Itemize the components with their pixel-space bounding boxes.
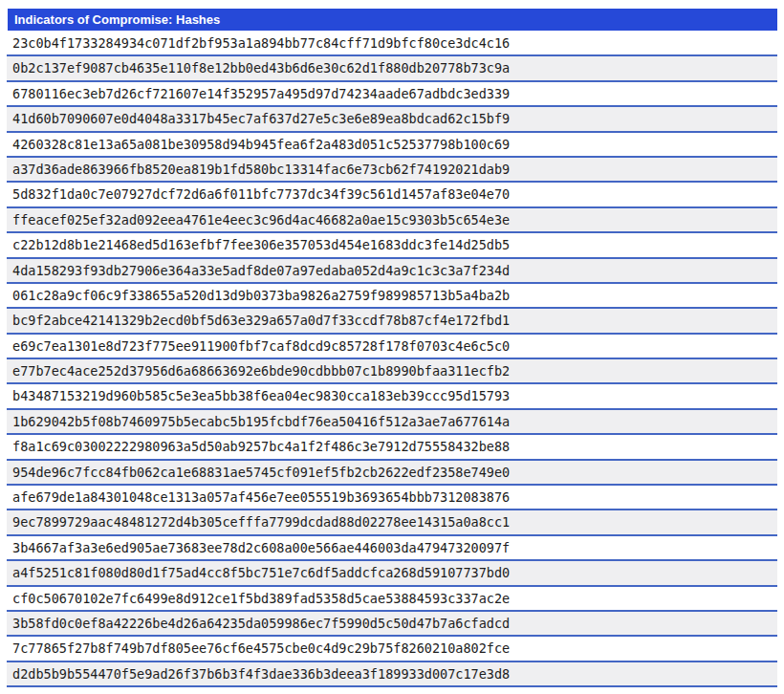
hash-table: 23c0b4f1733284934c071df2bf953a1a894bb77c… bbox=[7, 32, 777, 687]
table-row: 3b58fd0c0ef8a42226be4d26a64235da059986ec… bbox=[7, 612, 777, 637]
table-row: 4da158293f93db27906e364a33e5adf8de07a97e… bbox=[7, 259, 777, 284]
table-row: 1b629042b5f08b7460975b5ecabc5b195fcbdf76… bbox=[7, 410, 777, 435]
table-row: 061c28a9cf06c9f338655a520d13d9b0373ba982… bbox=[7, 284, 777, 309]
table-row: c22b12d8b1e21468ed5d163efbf7fee306e35705… bbox=[7, 233, 777, 258]
table-row: afe679de1a84301048ce1313a057af456e7ee055… bbox=[7, 486, 777, 510]
table-row: 41d60b7090607e0d4048a3317b45ec7af637d27e… bbox=[7, 107, 777, 132]
table-row: f8a1c69c03002222980963a5d50ab9257bc4a1f2… bbox=[7, 435, 777, 460]
section-title: Indicators of Compromise: Hashes bbox=[14, 12, 220, 27]
table-row: 6780116ec3eb7d26cf721607e14f352957a495d9… bbox=[7, 82, 777, 107]
table-row: a4f5251c81f080d80d1f75ad4cc8f5bc751e7c6d… bbox=[7, 561, 777, 586]
section-header: Indicators of Compromise: Hashes bbox=[8, 9, 777, 31]
table-row: 9ec7899729aac48481272d4b305cefffa7799dcd… bbox=[7, 510, 777, 535]
table-row: 7c77865f27b8f749b7df805ee76cf6e4575cbe0c… bbox=[7, 637, 777, 661]
table-row: e69c7ea1301e8d723f775ee911900fbf7caf8dcd… bbox=[7, 335, 777, 359]
table-row: ffeacef025ef32ad092eea4761e4eec3c96d4ac4… bbox=[7, 208, 777, 233]
table-row: d2db5b9b554470f5e9ad26f37b6b3f4f3dae336b… bbox=[7, 662, 777, 687]
page: Indicators of Compromise: Hashes 23c0b4f… bbox=[0, 0, 784, 687]
table-row: 3b4667af3a3e6ed905ae73683ee78d2c608a00e5… bbox=[7, 536, 777, 561]
table-row: 5d832f1da0c7e07927dcf72d6a6f011bfc7737dc… bbox=[7, 183, 777, 207]
table-row: 0b2c137ef9087cb4635e110f8e12bb0ed43b6d6e… bbox=[7, 56, 777, 81]
table-row: a37d36ade863966fb8520ea819b1fd580bc13314… bbox=[7, 158, 777, 183]
table-row: 23c0b4f1733284934c071df2bf953a1a894bb77c… bbox=[7, 32, 777, 56]
table-row: bc9f2abce42141329b2ecd0bf5d63e329a657a0d… bbox=[7, 309, 777, 334]
table-row: 4260328c81e13a65a081be30958d94b945fea6f2… bbox=[7, 133, 777, 158]
table-row: 954de96c7fcc84fb062ca1e68831ae5745cf091e… bbox=[7, 461, 777, 486]
table-row: b43487153219d960b585c5e3ea5bb38f6ea04ec9… bbox=[7, 384, 777, 409]
table-row: cf0c50670102e7fc6499e8d912ce1f5bd389fad5… bbox=[7, 587, 777, 612]
table-row: e77b7ec4ace252d37956d6a68663692e6bde90cd… bbox=[7, 359, 777, 384]
